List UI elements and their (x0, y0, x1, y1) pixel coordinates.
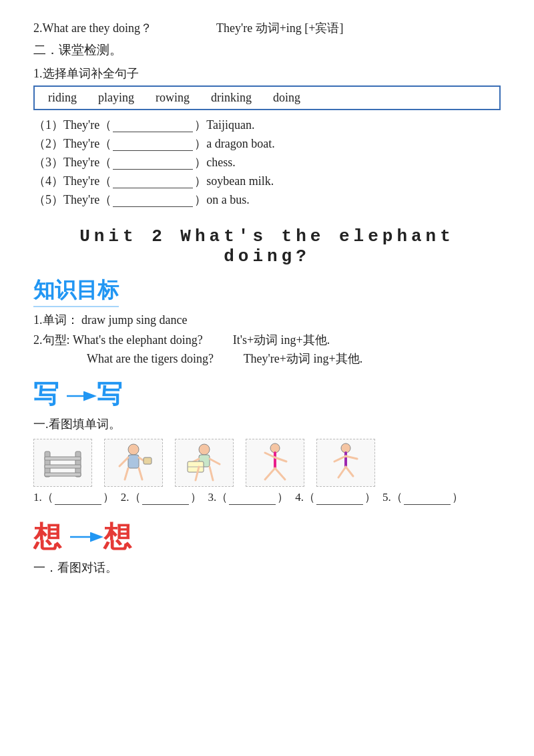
xie-title-container: 写 写 (33, 376, 501, 409)
svg-line-10 (119, 457, 128, 466)
unit2-title: Unit 2 What's the elephant doing? (33, 226, 501, 266)
svg-rect-9 (128, 455, 139, 468)
s2-blank[interactable] (113, 136, 193, 151)
vocab-line: 1.单词： draw jump sing dance (33, 312, 501, 328)
sentence-2: （2） They're（ ）a dragon boat. (33, 136, 501, 152)
word-2: playing (98, 91, 134, 105)
svg-point-29 (341, 443, 350, 453)
sentence-1: （1） They're（ ）Taijiquan. (33, 117, 501, 133)
s4-blank[interactable] (113, 174, 193, 188)
img-3 (175, 439, 234, 487)
s2-prefix: They're（ (63, 136, 111, 152)
svg-line-34 (346, 467, 353, 476)
image-labels-row: 1.（ ） 2.（ ） 3.（ ） 4.（ ） 5.（ ） (33, 490, 501, 505)
svg-line-26 (275, 457, 286, 461)
s3-num: （3） (33, 154, 63, 170)
vocab-label: 1.单词： (33, 313, 79, 327)
s5-suffix: ）on a bus. (194, 192, 250, 208)
img-label-3: 3.（ ） (208, 490, 289, 505)
svg-text:想: 想 (33, 522, 62, 552)
zhishi-title-container: 知识目标 (33, 272, 501, 312)
sp2-q: What are the tigers doing? (87, 352, 214, 365)
svg-point-8 (128, 444, 139, 455)
sentence-3: （3） They're（ ）chess. (33, 154, 501, 170)
svg-line-22 (210, 467, 213, 480)
section2-title: 二．课堂检测。 (33, 41, 501, 59)
reading-svg (181, 443, 228, 483)
sp2-a: They're+动词 ing+其他. (244, 352, 363, 365)
svg-line-14 (139, 468, 142, 480)
s3-suffix: ）chess. (194, 154, 236, 170)
s1-prefix: They're（ (63, 117, 111, 133)
img-box-5 (316, 439, 375, 487)
ladder-svg (39, 445, 86, 482)
s1-blank[interactable] (113, 118, 193, 132)
svg-point-23 (270, 443, 280, 453)
fill-word-section-title: 一.看图填单词。 (33, 416, 501, 432)
s5-num: （5） (33, 192, 63, 208)
dancer-svg (252, 443, 298, 483)
sp1-q: What's the elephant doing? (73, 333, 203, 347)
img-label-4: 4.（ ） (295, 490, 376, 505)
word-5: doing (273, 91, 300, 105)
s4-prefix: They're（ (63, 173, 111, 189)
img-4 (246, 439, 304, 487)
subsection-title: 1.选择单词补全句子 (33, 65, 501, 81)
svg-line-28 (275, 468, 285, 480)
word-3: rowing (156, 91, 190, 105)
s3-prefix: They're（ (63, 154, 111, 170)
question-text: 2.What are they doing？ (33, 20, 152, 36)
svg-rect-6 (45, 465, 81, 468)
s2-suffix: ）a dragon boat. (194, 136, 274, 152)
word-box: riding playing rowing drinking doing (33, 85, 501, 110)
images-row (33, 439, 501, 487)
img-2 (104, 439, 163, 487)
vocab-words: draw jump sing dance (81, 313, 187, 327)
img-1 (33, 439, 92, 487)
s3-blank[interactable] (113, 155, 193, 170)
painter-svg (110, 443, 157, 483)
svg-rect-12 (144, 457, 152, 464)
img-label-2: 2.（ ） (121, 490, 202, 505)
answer-text: They're 动词+ing [+宾语] (216, 20, 344, 36)
s1-num: （1） (33, 117, 63, 133)
svg-line-25 (265, 453, 275, 457)
sentence-5: （5） They're（ ）on a bus. (33, 192, 501, 208)
svg-line-18 (210, 459, 220, 464)
img-box-1 (33, 439, 92, 487)
svg-line-31 (334, 456, 346, 461)
sentence-label: 2.句型: (33, 333, 70, 347)
sp1-a: It's+动词 ing+其他. (233, 333, 330, 347)
svg-line-13 (125, 468, 128, 480)
svg-text:写: 写 (97, 380, 122, 408)
sentence-pattern-label: 2.句型: What's the elephant doing? It's+动词… (33, 332, 501, 348)
img-label-1: 1.（ ） (33, 490, 114, 505)
xie-yi-xie-svg: 写 写 (33, 376, 154, 409)
img-box-4 (246, 439, 304, 487)
s1-suffix: ）Taijiquan. (194, 117, 254, 133)
xiang-title-container: 想 想 (33, 516, 501, 553)
svg-line-32 (346, 456, 357, 459)
svg-text:写: 写 (33, 380, 59, 408)
look-talk-title: 一．看图对话。 (33, 560, 501, 576)
zhishi-title: 知识目标 (33, 276, 119, 305)
s2-num: （2） (33, 136, 63, 152)
img-box-3 (175, 439, 234, 487)
word-4: drinking (211, 91, 252, 105)
jump-svg (322, 443, 369, 483)
sentence-4: （4） They're（ ）soybean milk. (33, 173, 501, 189)
svg-line-33 (338, 467, 346, 478)
img-box-2 (104, 439, 163, 487)
s4-suffix: ）soybean milk. (194, 173, 274, 189)
word-1: riding (48, 91, 77, 105)
svg-point-15 (199, 444, 210, 455)
svg-text:想: 想 (103, 522, 132, 552)
svg-line-27 (265, 468, 275, 480)
s5-blank[interactable] (113, 192, 193, 207)
svg-rect-5 (45, 457, 81, 460)
img-label-5: 5.（ ） (382, 490, 463, 505)
s5-prefix: They're（ (63, 192, 111, 208)
xiang-yi-xiang-svg: 想 想 (33, 516, 167, 553)
svg-rect-7 (45, 473, 81, 476)
sentence-pattern-2: What are the tigers doing? They're+动词 in… (33, 351, 501, 367)
